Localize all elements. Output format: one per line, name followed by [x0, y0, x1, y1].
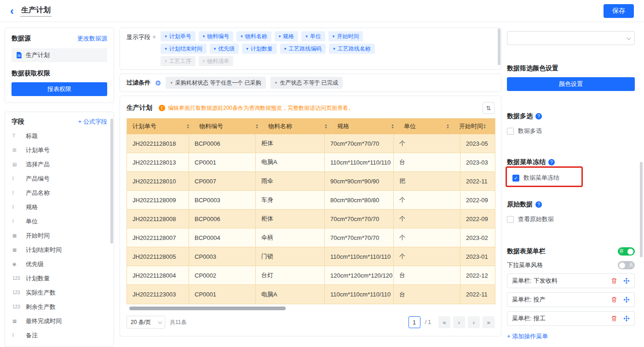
- help-question-icon[interactable]: ?: [535, 201, 542, 208]
- chip-label: 规格: [283, 33, 294, 40]
- pager-nav-button[interactable]: ‹: [453, 316, 465, 328]
- display-field-chip-disabled[interactable]: ▾ 物料清单: [199, 56, 234, 66]
- menubar-toggle[interactable]: 开: [618, 247, 635, 256]
- display-field-chip[interactable]: ▾ 计划数量: [242, 44, 277, 54]
- change-datasource-link[interactable]: 更改数据源: [77, 34, 107, 43]
- display-field-chip[interactable]: ▾ 工艺路线编码: [280, 44, 326, 54]
- filter-chip[interactable]: ▾ 生产状态 不等于 已完成: [270, 77, 343, 89]
- filter-chip[interactable]: ▾ 采购耗材状态 等于任意一个 已采购: [166, 77, 265, 89]
- add-menu-link[interactable]: + 添加操作菜单: [507, 332, 635, 341]
- save-button[interactable]: 保存: [604, 4, 634, 18]
- column-sorter[interactable]: ▲ ▼: [446, 124, 449, 129]
- table-header-cell[interactable]: 单位 ▲ ▼: [398, 119, 454, 134]
- cell-material-code: BCP0003: [189, 191, 256, 210]
- color-settings-button[interactable]: 颜色设置: [507, 77, 635, 91]
- field-list-item[interactable]: I 产品名称: [5, 186, 114, 200]
- cell-unit: 个: [394, 134, 460, 153]
- field-list-item[interactable]: I 产品编号: [5, 171, 114, 186]
- table-sort-button[interactable]: ⇅: [483, 102, 494, 114]
- table-header-cell[interactable]: 开始时间 ▲ ▼: [454, 119, 490, 134]
- display-field-chip[interactable]: ▾ 计划结束时间: [161, 44, 207, 54]
- table-row: JH20221128004 CP0002 台灯 120cm*120cm*120/…: [127, 266, 495, 285]
- display-field-chip[interactable]: ▾ 单位: [301, 31, 325, 41]
- column-sorter[interactable]: ▲ ▼: [483, 124, 486, 129]
- settings-dropdown[interactable]: [507, 31, 635, 45]
- column-sorter[interactable]: ▲ ▼: [391, 124, 394, 129]
- field-list-item[interactable]: ⊞ 计划单号: [5, 143, 114, 157]
- table-hscrollbar-thumb[interactable]: [129, 307, 286, 310]
- pager-nav-button[interactable]: »: [483, 316, 494, 328]
- field-list-item[interactable]: I 单位: [5, 214, 114, 228]
- column-label: 计划单号: [132, 122, 156, 131]
- warning-icon: !: [159, 105, 165, 111]
- display-field-chip[interactable]: ▾ 规格: [275, 31, 299, 41]
- field-list-item[interactable]: ▦ 最终完成时间: [5, 314, 114, 328]
- pager-nav-button[interactable]: ›: [468, 316, 480, 328]
- field-list-item[interactable]: ▦ 开始时间: [5, 228, 114, 243]
- move-drag-icon[interactable]: [623, 278, 630, 284]
- chip-label: 单位: [310, 33, 321, 40]
- multiselect-checkbox[interactable]: [507, 128, 514, 135]
- field-list-item[interactable]: T 标题: [5, 129, 114, 143]
- display-field-chip[interactable]: ▾ 开始时间: [328, 31, 363, 41]
- page-scrollbar-thumb[interactable]: [640, 162, 643, 257]
- field-list-item[interactable]: I 规格: [5, 200, 114, 214]
- filter-chips: ▾ 采购耗材状态 等于任意一个 已采购 ▾ 生产状态 不等于 已完成: [166, 77, 342, 89]
- cell-unit: 台: [394, 285, 460, 304]
- pager-nav-button[interactable]: «: [438, 316, 450, 328]
- display-field-chip[interactable]: ▾ 物料名称: [236, 31, 271, 41]
- add-display-field-icon[interactable]: +: [152, 33, 156, 40]
- field-list-item[interactable]: 123 实际生产数: [5, 285, 114, 300]
- cell-start-time: 2023-02: [460, 228, 495, 247]
- formula-field-link[interactable]: + 公式字段: [78, 118, 107, 126]
- sort-desc-icon: ▼: [255, 126, 259, 129]
- cell-start-time: 2023-05: [460, 134, 495, 153]
- delete-trash-icon[interactable]: [610, 278, 617, 284]
- field-list-item[interactable]: ▦ 计划结束时间: [5, 243, 114, 257]
- display-field-chip-disabled[interactable]: ▾ 工艺工序: [161, 56, 196, 66]
- column-sorter[interactable]: ▲ ▼: [324, 124, 328, 129]
- table-header-cell[interactable]: 物料名称 ▲ ▼: [263, 119, 332, 134]
- cell-material-name: 柜体: [256, 134, 325, 153]
- display-field-chip[interactable]: ▾ 计划单号: [161, 31, 196, 41]
- dropdown-style-toggle[interactable]: 关: [618, 261, 635, 269]
- multiselect-checkbox-row[interactable]: 数据多选: [507, 127, 635, 135]
- table-header-cell[interactable]: 物料编号 ▲ ▼: [194, 119, 263, 134]
- back-chevron-icon[interactable]: ‹: [10, 6, 14, 17]
- move-drag-icon[interactable]: [623, 315, 630, 322]
- gear-icon[interactable]: ⚙: [155, 80, 161, 86]
- page-size-select[interactable]: 20 条/页: [126, 316, 165, 329]
- cell-material-name: 电脑A: [256, 153, 325, 172]
- center-scrollbar-thumb[interactable]: [498, 28, 500, 65]
- cell-plan-no: JH20221128007: [127, 228, 189, 247]
- field-list-item[interactable]: ▤ 选择产品: [5, 157, 114, 171]
- current-page-box[interactable]: 1: [408, 316, 420, 328]
- delete-trash-icon[interactable]: [610, 296, 617, 303]
- report-permission-button[interactable]: 报表权限: [12, 82, 107, 96]
- freeze-checkbox[interactable]: ✓: [512, 175, 519, 182]
- help-question-icon[interactable]: ?: [548, 159, 555, 165]
- file-icon: [16, 52, 22, 58]
- table-header-cell[interactable]: 计划单号 ▲ ▼: [127, 119, 194, 134]
- field-list-item[interactable]: ◉ 优先级: [5, 257, 114, 271]
- fields-scrollbar-thumb[interactable]: [110, 119, 113, 244]
- move-drag-icon[interactable]: [623, 296, 630, 303]
- chevron-down-icon: [627, 35, 631, 40]
- freeze-checkbox-row[interactable]: ✓ 数据菜单冻结: [507, 174, 635, 182]
- delete-trash-icon[interactable]: [610, 315, 617, 322]
- display-field-chip[interactable]: ▾ 工艺路线名称: [329, 44, 375, 54]
- field-list-item[interactable]: 123 计划数量: [5, 271, 114, 285]
- page-of-label: / 1: [425, 319, 431, 325]
- display-field-chip[interactable]: ▾ 物料编号: [199, 31, 234, 41]
- rawdata-checkbox[interactable]: [507, 216, 514, 223]
- help-question-icon[interactable]: ?: [535, 113, 542, 119]
- field-type-icon: I: [12, 205, 22, 210]
- datasource-item[interactable]: 生产计划: [12, 48, 107, 62]
- table-header-cell[interactable]: 规格 ▲ ▼: [332, 119, 398, 134]
- rawdata-checkbox-row[interactable]: 查看原始数据: [507, 215, 635, 223]
- column-sorter[interactable]: ▲ ▼: [186, 124, 190, 129]
- display-field-chip[interactable]: ▾ 优先级: [210, 44, 239, 54]
- field-list-item[interactable]: 123 剩余生产数: [5, 300, 114, 314]
- field-list-item[interactable]: I 备注: [5, 328, 114, 342]
- column-sorter[interactable]: ▲ ▼: [255, 124, 259, 129]
